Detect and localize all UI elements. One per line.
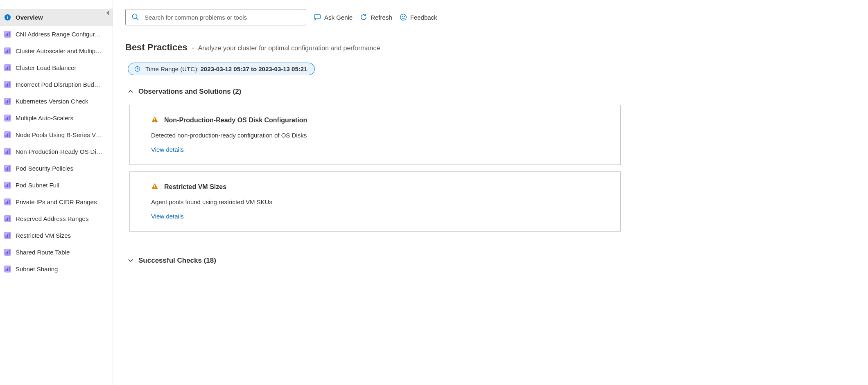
sidebar-item-label: Node Pools Using B-Series V… — [16, 131, 102, 138]
sidebar-item[interactable]: Node Pools Using B-Series V… — [0, 126, 113, 143]
svg-point-64 — [402, 16, 402, 17]
sidebar-item-label: CNI Address Range Configur… — [16, 31, 101, 38]
svg-rect-55 — [9, 250, 9, 254]
svg-rect-38 — [7, 184, 8, 187]
observations-section-toggle[interactable]: Observations and Solutions (2) — [125, 84, 856, 99]
observation-description: Detected non-production-ready configurat… — [151, 132, 599, 139]
sidebar-item[interactable]: Private IPs and CIDR Ranges — [0, 194, 113, 210]
svg-rect-22 — [7, 117, 8, 120]
svg-rect-42 — [7, 201, 8, 204]
warning-icon — [151, 182, 158, 191]
search-input[interactable] — [144, 14, 300, 21]
observation-description: Agent pools found using restricted VM SK… — [151, 198, 599, 205]
sidebar-item-label: Kubernetes Version Check — [16, 98, 88, 105]
chart-icon — [4, 165, 11, 172]
observation-title: Non-Production-Ready OS Disk Configurati… — [164, 117, 307, 124]
svg-rect-35 — [9, 166, 9, 171]
sidebar-item[interactable]: Incorrect Pod Disruption Bud… — [0, 76, 113, 93]
sidebar-item[interactable]: Cluster Autoscaler and Multip… — [0, 43, 113, 59]
refresh-button[interactable]: Refresh — [360, 14, 392, 21]
svg-rect-19 — [9, 99, 9, 104]
search-box[interactable] — [125, 9, 306, 25]
sidebar-item[interactable]: CNI Address Range Configur… — [0, 26, 113, 43]
sidebar-item[interactable]: Non-Production-Ready OS Di… — [0, 143, 113, 160]
svg-rect-7 — [9, 49, 9, 53]
sidebar-item[interactable]: Reserved Address Ranges — [0, 210, 113, 227]
svg-rect-9 — [6, 68, 7, 70]
content-area: Best Practices - Analyze your cluster fo… — [113, 32, 868, 293]
sidebar-item[interactable]: Pod Subnet Full — [0, 177, 113, 194]
svg-rect-59 — [9, 267, 9, 271]
ask-genie-label: Ask Genie — [324, 14, 353, 21]
observations-heading: Observations and Solutions (2) — [138, 88, 241, 96]
chart-icon — [4, 81, 11, 88]
sidebar-item-label: Shared Route Table — [16, 249, 70, 256]
svg-rect-58 — [7, 268, 8, 271]
svg-rect-43 — [9, 200, 9, 204]
chart-icon — [4, 47, 11, 54]
sidebar-item[interactable]: Pod Security Policies — [0, 160, 113, 177]
svg-rect-57 — [6, 269, 7, 271]
chart-icon — [4, 232, 11, 239]
sidebar-item-label: Pod Security Policies — [16, 165, 73, 172]
observation-title: Restricted VM Sizes — [164, 183, 226, 191]
refresh-icon — [360, 14, 367, 21]
time-range-label: Time Range (UTC): — [145, 65, 200, 72]
svg-rect-15 — [9, 82, 9, 87]
sidebar-item[interactable]: Kubernetes Version Check — [0, 93, 113, 110]
ask-genie-button[interactable]: Ask Genie — [314, 14, 353, 21]
successful-checks-toggle[interactable]: Successful Checks (18) — [125, 253, 856, 268]
svg-rect-34 — [7, 167, 8, 171]
svg-rect-31 — [9, 149, 9, 154]
svg-rect-27 — [9, 133, 9, 137]
sidebar-item[interactable]: Multiple Auto-Scalers — [0, 110, 113, 126]
time-range-text: Time Range (UTC): 2023-03-12 05:37 to 20… — [145, 65, 307, 72]
svg-rect-17 — [6, 101, 7, 104]
time-range-pill[interactable]: Time Range (UTC): 2023-03-12 05:37 to 20… — [128, 63, 315, 75]
chevron-up-icon — [128, 89, 133, 95]
observation-card: Non-Production-Ready OS Disk Configurati… — [129, 105, 621, 165]
svg-point-63 — [400, 14, 406, 20]
svg-rect-33 — [6, 169, 7, 171]
feedback-button[interactable]: Feedback — [400, 14, 437, 21]
sidebar-item-label: Pod Subnet Full — [16, 182, 59, 189]
sidebar: iOverviewCNI Address Range Configur…Clus… — [0, 0, 113, 385]
sidebar-item-overview[interactable]: iOverview — [0, 9, 113, 26]
chart-icon — [4, 98, 11, 105]
info-icon: i — [4, 14, 11, 21]
svg-rect-25 — [6, 135, 7, 137]
sidebar-item[interactable]: Cluster Load Balancer — [0, 59, 113, 76]
sidebar-item-label: Non-Production-Ready OS Di… — [16, 148, 102, 155]
sidebar-item[interactable]: Subnet Sharing — [0, 261, 113, 277]
feedback-label: Feedback — [410, 14, 437, 21]
svg-rect-49 — [6, 236, 7, 238]
successful-checks-heading: Successful Checks (18) — [138, 257, 216, 265]
svg-rect-51 — [9, 233, 9, 238]
sidebar-item[interactable]: Restricted VM Sizes — [0, 227, 113, 244]
chart-icon — [4, 249, 11, 256]
chart-icon — [4, 131, 11, 138]
svg-rect-29 — [6, 152, 7, 154]
sidebar-item-label: Cluster Autoscaler and Multip… — [16, 47, 102, 54]
page-separator: - — [192, 44, 194, 52]
sidebar-collapse-icon[interactable] — [106, 11, 109, 16]
svg-rect-46 — [7, 218, 8, 221]
sidebar-item-label: Subnet Sharing — [16, 266, 58, 272]
svg-rect-23 — [9, 116, 9, 120]
view-details-link[interactable]: View details — [151, 213, 184, 220]
chart-icon — [4, 115, 11, 122]
view-details-link[interactable]: View details — [151, 146, 184, 153]
svg-rect-68 — [154, 121, 155, 122]
observation-card: Restricted VM SizesAgent pools found usi… — [129, 171, 621, 232]
successful-checks-divider — [243, 274, 738, 274]
observation-title-row: Restricted VM Sizes — [151, 182, 599, 191]
svg-rect-47 — [9, 216, 9, 221]
sidebar-item-label: Overview — [16, 14, 43, 21]
svg-rect-45 — [6, 219, 7, 221]
sidebar-item[interactable]: Shared Route Table — [0, 244, 113, 261]
chart-icon — [4, 198, 11, 205]
chart-icon — [4, 31, 11, 38]
clock-icon — [134, 66, 140, 72]
svg-rect-39 — [9, 183, 9, 187]
svg-rect-21 — [6, 118, 7, 120]
